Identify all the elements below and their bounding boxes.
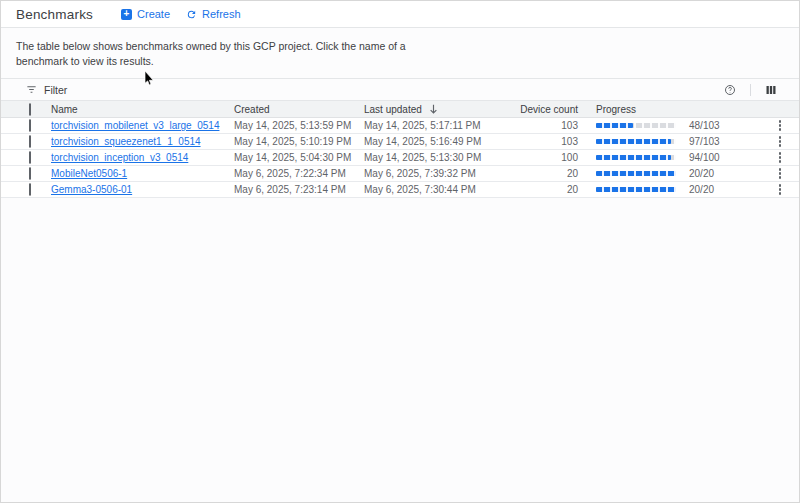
created-cell: May 6, 2025, 7:23:14 PM	[234, 184, 364, 195]
progress-bar	[596, 171, 676, 176]
created-cell: May 14, 2025, 5:10:19 PM	[234, 136, 364, 147]
table-row: torchvision_inception_v3_0514 May 14, 20…	[1, 150, 799, 166]
refresh-icon	[186, 9, 197, 20]
table-row: torchvision_squeezenet1_1_0514 May 14, 2…	[1, 134, 799, 150]
progress-fraction: 20/20	[689, 184, 714, 195]
benchmark-name-link[interactable]: Gemma3-0506-01	[51, 184, 132, 195]
filter-bar-actions	[724, 84, 777, 96]
plus-icon: +	[121, 9, 132, 20]
filter-button[interactable]: Filter	[26, 84, 67, 96]
row-menu-cell	[761, 119, 799, 132]
create-button[interactable]: + Create	[121, 8, 170, 20]
progress-bar-fill	[596, 171, 676, 176]
created-cell: May 6, 2025, 7:22:34 PM	[234, 168, 364, 179]
progress-cell: 20/20	[578, 184, 761, 195]
column-header-name[interactable]: Name	[51, 104, 234, 115]
description-section: The table below shows benchmarks owned b…	[1, 28, 799, 79]
row-menu-cell	[761, 167, 799, 180]
row-checkbox[interactable]	[29, 167, 31, 180]
more-vert-icon[interactable]	[775, 151, 786, 164]
benchmark-name-link[interactable]: MobileNet0506-1	[51, 168, 127, 179]
benchmark-name-link[interactable]: torchvision_squeezenet1_1_0514	[51, 136, 201, 147]
progress-cell: 20/20	[578, 168, 761, 179]
column-header-progress: Progress	[578, 104, 761, 115]
refresh-button-label: Refresh	[202, 8, 241, 20]
row-checkbox[interactable]	[29, 135, 31, 148]
row-checkbox[interactable]	[29, 151, 31, 164]
benchmarks-page: Benchmarks + Create Refresh The table be…	[0, 0, 800, 503]
table-header-row: Name Created Last updated Device count P…	[1, 100, 799, 118]
device-count-cell: 20	[511, 168, 578, 179]
row-checkbox-cell	[29, 136, 51, 147]
row-menu-cell	[761, 183, 799, 196]
more-vert-icon[interactable]	[775, 167, 786, 180]
progress-cell: 48/103	[578, 120, 761, 131]
progress-bar-fill	[596, 123, 633, 128]
last-updated-cell: May 6, 2025, 7:39:32 PM	[364, 168, 511, 179]
row-checkbox[interactable]	[29, 183, 31, 196]
last-updated-cell: May 6, 2025, 7:30:44 PM	[364, 184, 511, 195]
more-vert-icon[interactable]	[775, 183, 786, 196]
toolbar-divider	[750, 84, 751, 96]
select-all-checkbox[interactable]	[29, 103, 31, 116]
column-header-device-count[interactable]: Device count	[511, 104, 578, 115]
benchmark-name-link[interactable]: torchvision_inception_v3_0514	[51, 152, 188, 163]
row-checkbox-cell	[29, 120, 51, 131]
device-count-cell: 20	[511, 184, 578, 195]
more-vert-icon[interactable]	[775, 135, 786, 148]
filter-bar: Filter	[1, 79, 799, 100]
progress-bar-fill	[596, 187, 676, 192]
last-updated-cell: May 14, 2025, 5:13:30 PM	[364, 152, 511, 163]
progress-bar	[596, 139, 676, 144]
more-vert-icon[interactable]	[775, 119, 786, 132]
column-display-icon	[765, 84, 777, 96]
device-count-cell: 100	[511, 152, 578, 163]
progress-bar	[596, 187, 676, 192]
created-cell: May 14, 2025, 5:13:59 PM	[234, 120, 364, 131]
table-row: torchvision_mobilenet_v3_large_0514 May …	[1, 118, 799, 134]
row-menu-cell	[761, 135, 799, 148]
description-text: The table below shows benchmarks owned b…	[16, 39, 456, 69]
last-updated-cell: May 14, 2025, 5:16:49 PM	[364, 136, 511, 147]
arrow-down-icon	[429, 104, 438, 114]
progress-bar-fill	[596, 155, 671, 160]
progress-bar	[596, 155, 676, 160]
progress-fraction: 94/100	[689, 152, 720, 163]
select-all-cell	[29, 104, 51, 115]
progress-cell: 94/100	[578, 152, 761, 163]
progress-cell: 97/103	[578, 136, 761, 147]
table-body: torchvision_mobilenet_v3_large_0514 May …	[1, 118, 799, 198]
progress-bar	[596, 123, 676, 128]
created-cell: May 14, 2025, 5:04:30 PM	[234, 152, 364, 163]
table-row: Gemma3-0506-01 May 6, 2025, 7:23:14 PM M…	[1, 182, 799, 198]
row-checkbox-cell	[29, 184, 51, 195]
benchmark-name-link[interactable]: torchvision_mobilenet_v3_large_0514	[51, 120, 219, 131]
create-button-label: Create	[137, 8, 170, 20]
row-checkbox[interactable]	[29, 119, 31, 132]
row-checkbox-cell	[29, 168, 51, 179]
device-count-cell: 103	[511, 136, 578, 147]
filter-label: Filter	[44, 84, 67, 96]
page-title: Benchmarks	[16, 7, 93, 22]
progress-fraction: 48/103	[689, 120, 720, 131]
device-count-cell: 103	[511, 120, 578, 131]
row-menu-cell	[761, 151, 799, 164]
help-button[interactable]	[724, 84, 736, 96]
refresh-button[interactable]: Refresh	[186, 8, 241, 20]
progress-bar-fill	[596, 139, 671, 144]
column-header-last-updated[interactable]: Last updated	[364, 104, 511, 115]
title-bar: Benchmarks + Create Refresh	[1, 1, 799, 28]
progress-fraction: 20/20	[689, 168, 714, 179]
column-display-button[interactable]	[765, 84, 777, 96]
progress-fraction: 97/103	[689, 136, 720, 147]
column-header-created[interactable]: Created	[234, 104, 364, 115]
filter-icon	[26, 84, 37, 95]
last-updated-cell: May 14, 2025, 5:17:11 PM	[364, 120, 511, 131]
table-row: MobileNet0506-1 May 6, 2025, 7:22:34 PM …	[1, 166, 799, 182]
column-header-last-updated-label: Last updated	[364, 104, 422, 115]
row-checkbox-cell	[29, 152, 51, 163]
help-icon	[724, 84, 736, 96]
